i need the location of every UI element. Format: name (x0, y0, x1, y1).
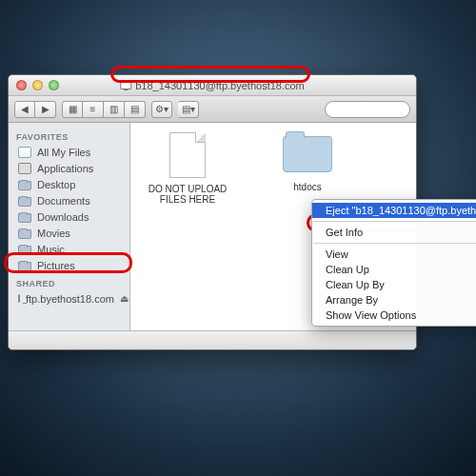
traffic-lights (9, 80, 59, 90)
nav-buttons: ◀ ▶ (14, 101, 56, 118)
titlebar: b18_14301130@ftp.byethost18.com (9, 75, 416, 96)
back-button[interactable]: ◀ (14, 101, 35, 118)
menu-item-arrangeby[interactable]: Arrange By (312, 292, 476, 307)
icon-view-button[interactable]: ▦ (62, 101, 83, 118)
menu-separator (313, 221, 476, 222)
sidebar-item-documents[interactable]: Documents (9, 192, 129, 208)
allmyfiles-icon (18, 147, 31, 158)
coverflow-view-button[interactable]: ▤ (125, 101, 146, 118)
sidebar-item-movies[interactable]: Movies (9, 225, 129, 241)
applications-icon (18, 163, 31, 174)
window-body: FAVORITES All My Files Applications Desk… (9, 123, 416, 330)
menu-item-eject[interactable]: Eject "b18_14301130@ftp.byethost18.com" (312, 203, 476, 218)
menu-item-getinfo[interactable]: Get Info (312, 225, 476, 240)
menu-item-cleanup[interactable]: Clean Up (312, 262, 476, 277)
view-buttons: ▦ ≡ ▥ ▤ (62, 101, 146, 118)
arrange-button[interactable]: ▤▾ (178, 101, 199, 118)
zoom-icon[interactable] (49, 80, 59, 90)
sidebar-item-downloads[interactable]: Downloads (9, 208, 129, 225)
menu-item-cleanupby[interactable]: Clean Up By (312, 277, 476, 292)
finder-window: b18_14301130@ftp.byethost18.com ◀ ▶ ▦ ≡ … (8, 74, 417, 350)
sidebar-item-allmyfiles[interactable]: All My Files (9, 144, 129, 160)
sidebar: FAVORITES All My Files Applications Desk… (9, 123, 130, 330)
sidebar-item-applications[interactable]: Applications (9, 160, 129, 176)
column-view-button[interactable]: ▥ (104, 101, 125, 118)
sidebar-item-desktop[interactable]: Desktop (9, 176, 129, 192)
toolbar: ◀ ▶ ▦ ≡ ▥ ▤ ⚙▾ ▤▾ (9, 96, 416, 123)
eject-icon[interactable]: ⏏ (120, 293, 129, 304)
context-menu: Eject "b18_14301130@ftp.byethost18.com" … (311, 199, 476, 327)
forward-button[interactable]: ▶ (35, 101, 56, 118)
folder-icon (18, 229, 31, 239)
folder-icon (18, 213, 31, 223)
folder-icon (18, 197, 31, 207)
sidebar-shared-header: SHARED (9, 273, 129, 290)
minimize-icon[interactable] (32, 80, 43, 90)
server-icon (18, 294, 20, 303)
file-label: DO NOT UPLOAD FILES HERE (140, 184, 235, 205)
document-icon (169, 132, 206, 178)
server-icon (120, 81, 131, 89)
sidebar-favorites-header: FAVORITES (9, 127, 129, 144)
menu-separator (313, 243, 476, 244)
file-item-htdocs[interactable]: htdocs (260, 132, 355, 192)
sidebar-item-pictures[interactable]: Pictures (9, 257, 129, 273)
folder-icon (18, 181, 31, 190)
window-title-text: b18_14301130@ftp.byethost18.com (135, 80, 305, 91)
statusbar (9, 330, 416, 349)
list-view-button[interactable]: ≡ (83, 101, 104, 118)
search-input[interactable] (325, 101, 410, 118)
action-button[interactable]: ⚙▾ (151, 101, 172, 118)
folder-icon (18, 262, 31, 271)
close-icon[interactable] (16, 80, 27, 90)
menu-item-showviewoptions[interactable]: Show View Options (312, 307, 476, 323)
folder-icon (18, 246, 31, 255)
file-label: htdocs (260, 182, 355, 192)
menu-item-view[interactable]: View (312, 247, 476, 262)
sidebar-item-music[interactable]: Music (9, 241, 129, 257)
content-area[interactable]: DO NOT UPLOAD FILES HERE htdocs Eject "b… (130, 123, 416, 330)
window-title: b18_14301130@ftp.byethost18.com (120, 80, 305, 91)
folder-icon (283, 136, 332, 172)
sidebar-item-ftpserver[interactable]: ftp.byethost18.com ⏏ (9, 290, 129, 307)
file-item-donotupload[interactable]: DO NOT UPLOAD FILES HERE (140, 132, 235, 205)
